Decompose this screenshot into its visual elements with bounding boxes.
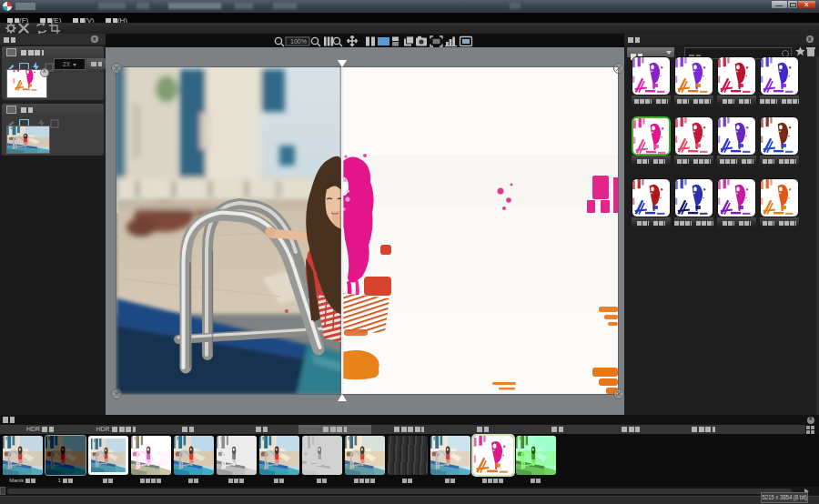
svg-text:100%: 100%: [290, 38, 307, 45]
